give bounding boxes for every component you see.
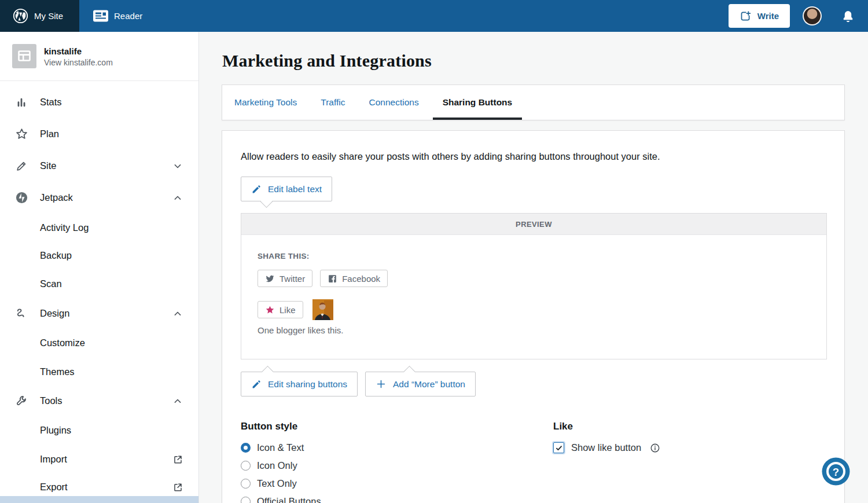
sidebar-item-plugins[interactable]: Plugins: [0, 416, 198, 445]
sidebar-item-scan[interactable]: Scan: [0, 269, 198, 299]
sidebar-nav: Stats Plan Site Jetpack Activity Log Bac…: [0, 81, 198, 501]
stats-icon: [14, 96, 29, 109]
sharing-description: Allow readers to easily share your posts…: [241, 151, 827, 162]
external-link-icon: [172, 482, 183, 493]
write-label: Write: [757, 11, 779, 21]
sharing-buttons-panel: Allow readers to easily share your posts…: [222, 130, 845, 503]
sidebar-item-backup[interactable]: Backup: [0, 241, 198, 269]
tab-sharing-buttons[interactable]: Sharing Buttons: [433, 85, 523, 120]
tab-marketing-tools[interactable]: Marketing Tools: [225, 85, 307, 120]
pencil-icon: [251, 379, 262, 390]
radio-button[interactable]: [241, 497, 251, 503]
customize-squiggle-icon: [14, 307, 29, 320]
edit-sharing-buttons-button[interactable]: Edit sharing buttons: [241, 372, 358, 396]
site-info: kinstalife View kinstalife.com: [44, 45, 113, 68]
facebook-share-button[interactable]: Facebook: [320, 270, 388, 287]
sidebar-selected-item-partial[interactable]: [0, 496, 198, 503]
edit-label-text-button[interactable]: Edit label text: [241, 177, 332, 201]
twitter-share-button[interactable]: Twitter: [258, 270, 312, 287]
tooltip-caret: [260, 195, 273, 207]
tab-traffic[interactable]: Traffic: [311, 85, 355, 120]
preview-body: SHARE THIS: Twitter Facebook: [241, 235, 826, 359]
chevron-up-icon: [172, 395, 183, 407]
chevron-up-icon: [172, 192, 183, 204]
site-name: kinstalife: [44, 45, 113, 58]
like-star-icon: [265, 305, 275, 315]
like-heading: Like: [553, 421, 660, 432]
chevron-up-icon: [172, 308, 183, 320]
my-site-menu[interactable]: My Site: [0, 0, 79, 32]
likes-count-text: One blogger likes this.: [258, 325, 810, 335]
tooltip-caret: [262, 365, 274, 377]
button-style-group: Button style Icon & Text Icon Only Text …: [241, 421, 553, 503]
sidebar-item-import[interactable]: Import: [0, 445, 198, 473]
show-like-checkbox[interactable]: [553, 442, 564, 453]
svg-text:?: ?: [833, 466, 840, 478]
site-url[interactable]: View kinstalife.com: [44, 58, 113, 67]
radio-button[interactable]: [241, 443, 251, 453]
twitter-icon: [265, 274, 275, 284]
share-buttons-row: Twitter Facebook: [258, 270, 810, 287]
plus-icon: [376, 379, 387, 390]
radio-official-buttons[interactable]: Official Buttons: [241, 496, 553, 503]
main-content: Marketing and Integrations Marketing Too…: [200, 32, 868, 503]
jetpack-icon: [14, 191, 29, 204]
site-icon: [12, 44, 36, 68]
sidebar-item-design[interactable]: Design: [0, 299, 198, 328]
sidebar-item-tools[interactable]: Tools: [0, 386, 198, 416]
pencil-icon: [14, 160, 29, 172]
radio-button[interactable]: [241, 461, 251, 471]
button-style-heading: Button style: [241, 421, 553, 432]
radio-icon-and-text[interactable]: Icon & Text: [241, 442, 553, 453]
page-title: Marketing and Integrations: [222, 51, 845, 71]
wrench-icon: [14, 394, 29, 407]
notifications-bell-icon[interactable]: [841, 9, 855, 23]
sharing-actions-row: Edit sharing buttons Add “More” button: [241, 372, 827, 396]
sidebar-item-customize[interactable]: Customize: [0, 328, 198, 357]
sidebar: kinstalife View kinstalife.com Stats Pla…: [0, 32, 199, 503]
help-button[interactable]: ?: [822, 457, 850, 486]
radio-button[interactable]: [241, 479, 251, 489]
reader-menu[interactable]: Reader: [79, 0, 156, 32]
masterbar-spacer: [156, 0, 729, 32]
section-tabs: Marketing Tools Traffic Connections Shar…: [222, 85, 845, 120]
radio-text-only[interactable]: Text Only: [241, 478, 553, 489]
sidebar-item-activity-log[interactable]: Activity Log: [0, 214, 198, 241]
reader-icon: [93, 10, 108, 22]
sharing-preview: PREVIEW SHARE THIS: Twitter Facebook: [241, 213, 827, 359]
create-post-icon: [740, 10, 752, 22]
star-icon: [14, 127, 29, 141]
my-site-label: My Site: [34, 11, 63, 21]
tooltip-caret: [403, 365, 415, 377]
preview-header: PREVIEW: [241, 214, 826, 235]
site-switcher[interactable]: kinstalife View kinstalife.com: [0, 32, 198, 81]
share-this-label: SHARE THIS:: [258, 252, 810, 260]
sidebar-item-stats[interactable]: Stats: [0, 86, 198, 118]
user-avatar[interactable]: [803, 6, 822, 25]
info-icon[interactable]: [650, 443, 660, 453]
sidebar-item-site[interactable]: Site: [0, 150, 198, 182]
write-button[interactable]: Write: [729, 4, 790, 28]
pencil-icon: [251, 184, 262, 194]
add-more-button[interactable]: Add “More” button: [365, 372, 476, 396]
options-section: Button style Icon & Text Icon Only Text …: [241, 421, 827, 503]
masterbar: My Site Reader Write: [0, 0, 868, 32]
sidebar-item-themes[interactable]: Themes: [0, 357, 198, 386]
like-preview-row: Like: [258, 299, 810, 320]
liker-avatar[interactable]: [312, 299, 333, 320]
show-like-button-row[interactable]: Show like button: [553, 442, 660, 453]
chevron-down-icon: [172, 160, 183, 172]
sidebar-item-jetpack[interactable]: Jetpack: [0, 182, 198, 214]
help-question-icon: ?: [822, 457, 850, 486]
radio-icon-only[interactable]: Icon Only: [241, 460, 553, 471]
reader-label: Reader: [114, 11, 142, 21]
like-button[interactable]: Like: [258, 301, 303, 318]
tab-connections[interactable]: Connections: [359, 85, 428, 120]
like-settings-group: Like Show like button: [553, 421, 660, 503]
sidebar-item-plan[interactable]: Plan: [0, 118, 198, 150]
external-link-icon: [172, 454, 183, 465]
wordpress-logo-icon: [13, 8, 28, 24]
facebook-icon: [328, 274, 337, 284]
